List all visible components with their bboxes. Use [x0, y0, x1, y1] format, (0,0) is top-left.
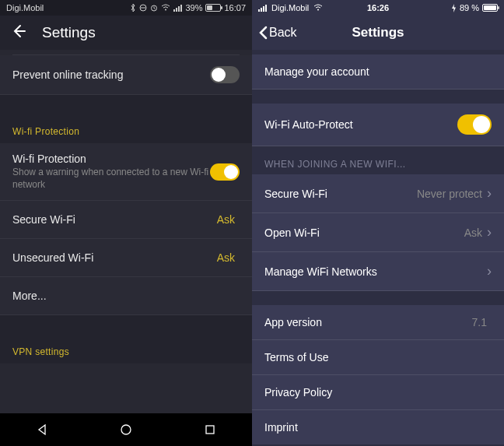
- back-label: Back: [269, 26, 297, 40]
- wifi-protection-sub: Show a warning when connected to a new W…: [12, 167, 210, 191]
- svg-point-4: [121, 425, 131, 434]
- unsecured-wifi-value: Ask: [217, 251, 235, 264]
- chevron-right-icon: ›: [487, 185, 492, 202]
- back-arrow-icon[interactable]: [11, 23, 26, 42]
- nav-recent-icon[interactable]: [202, 422, 218, 437]
- chevron-left-icon: [258, 26, 268, 40]
- wifi-icon: [161, 4, 170, 12]
- join-section-header: WHEN JOINING A NEW WIFI...: [252, 146, 504, 174]
- manage-networks-label: Manage WiFi Networks: [264, 265, 487, 278]
- auto-protect-toggle[interactable]: [457, 114, 492, 135]
- nav-home-icon[interactable]: [118, 422, 134, 437]
- prevent-tracking-row[interactable]: Prevent online tracking: [0, 55, 252, 95]
- prevent-tracking-toggle[interactable]: [210, 66, 240, 83]
- battery-icon: [205, 4, 221, 12]
- terms-row[interactable]: Terms of Use: [252, 340, 504, 375]
- open-wifi-value: Ask: [464, 227, 482, 239]
- manage-networks-row[interactable]: Manage WiFi Networks ›: [252, 252, 504, 291]
- wifi-protection-toggle[interactable]: [210, 163, 240, 181]
- section-spacer: [0, 95, 252, 112]
- wifi-protection-label: Wi-fi Protection: [12, 153, 210, 165]
- battery-percent: 89 %: [460, 3, 479, 12]
- chevron-right-icon: ›: [487, 263, 492, 279]
- status-bar: Digi.Mobil 16:26 89 %: [252, 0, 504, 16]
- clock: 16:26: [367, 3, 389, 12]
- prevent-tracking-label: Prevent online tracking: [12, 68, 210, 81]
- secure-wifi-row[interactable]: Secure Wi-Fi Never protect ›: [252, 174, 504, 213]
- svg-rect-5: [206, 426, 214, 434]
- secure-wifi-value: Never protect: [417, 188, 482, 200]
- wifi-section-header: Wi-fi Protection: [0, 112, 252, 143]
- wifi-icon: [313, 4, 323, 12]
- alarm-icon: [150, 4, 158, 12]
- carrier-label: Digi.Mobil: [6, 3, 44, 12]
- app-version-value: 7.1: [472, 316, 487, 328]
- section-spacer: [0, 315, 252, 332]
- page-title: Settings: [352, 25, 404, 40]
- back-button[interactable]: Back: [258, 26, 297, 40]
- secure-wifi-label: Secure Wi-Fi: [264, 188, 417, 200]
- signal-icon: [173, 5, 182, 12]
- lightning-icon: [451, 4, 457, 12]
- app-version-label: App version: [264, 316, 472, 328]
- unsecured-wifi-row[interactable]: Unsecured Wi-Fi Ask: [0, 239, 252, 277]
- secure-wifi-value: Ask: [217, 213, 235, 226]
- android-screen: Digi.Mobil 39% 16:07 Settings: [0, 0, 252, 446]
- privacy-label: Privacy Policy: [264, 386, 492, 399]
- open-wifi-label: Open Wi-Fi: [264, 227, 464, 239]
- header: Settings: [0, 16, 252, 50]
- clock: 16:07: [224, 3, 246, 12]
- auto-protect-label: Wi-Fi Auto-Protect: [264, 118, 457, 131]
- secure-wifi-label: Secure Wi-Fi: [12, 213, 217, 226]
- status-bar: Digi.Mobil 39% 16:07: [0, 0, 252, 16]
- more-row[interactable]: More...: [0, 277, 252, 315]
- battery-percent: 39%: [185, 3, 202, 12]
- signal-icon: [258, 5, 267, 12]
- app-version-row: App version 7.1: [252, 305, 504, 340]
- svg-point-3: [165, 9, 166, 11]
- wifi-protection-row[interactable]: Wi-fi Protection Show a warning when con…: [0, 143, 252, 201]
- privacy-row[interactable]: Privacy Policy: [252, 375, 504, 410]
- nav-back-icon[interactable]: [34, 422, 50, 437]
- open-wifi-row[interactable]: Open Wi-Fi Ask ›: [252, 213, 504, 252]
- bluetooth-icon: [130, 3, 136, 12]
- svg-point-6: [317, 9, 319, 11]
- more-label: More...: [12, 290, 240, 302]
- android-navbar: [0, 413, 252, 446]
- page-title: Settings: [42, 24, 96, 41]
- dnd-icon: [139, 4, 147, 12]
- manage-account-row[interactable]: Manage your account: [252, 54, 504, 90]
- carrier-label: Digi.Mobil: [271, 3, 309, 12]
- imprint-label: Imprint: [264, 421, 492, 434]
- secure-wifi-row[interactable]: Secure Wi-Fi Ask: [0, 201, 252, 239]
- chevron-right-icon: ›: [487, 224, 492, 241]
- auto-protect-row[interactable]: Wi-Fi Auto-Protect: [252, 104, 504, 146]
- manage-account-label: Manage your account: [264, 65, 492, 78]
- ios-screen: Digi.Mobil 16:26 89 % Back Settings Mana…: [252, 0, 504, 446]
- unsecured-wifi-label: Unsecured Wi-Fi: [12, 251, 217, 264]
- terms-label: Terms of Use: [264, 351, 492, 363]
- header: Back Settings: [252, 16, 504, 50]
- section-spacer: [252, 291, 504, 305]
- section-spacer: [252, 90, 504, 104]
- battery-icon: [482, 4, 498, 12]
- vpn-section-header: VPN settings: [0, 332, 252, 363]
- imprint-row[interactable]: Imprint: [252, 410, 504, 444]
